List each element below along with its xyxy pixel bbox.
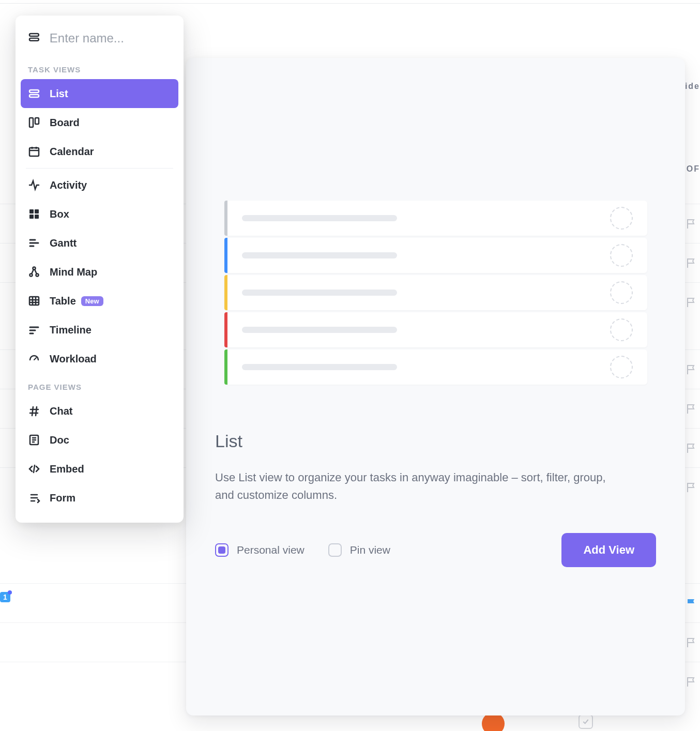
stripe: [224, 312, 227, 347]
table-icon: [28, 295, 40, 307]
svg-rect-5: [35, 118, 39, 124]
view-item-table[interactable]: Table New: [21, 286, 178, 315]
svg-rect-4: [29, 118, 33, 127]
row-checkbox[interactable]: [579, 714, 593, 729]
placeholder-bar: [242, 215, 397, 221]
svg-rect-7: [29, 209, 34, 214]
view-item-workload[interactable]: Workload: [21, 344, 178, 373]
new-badge: New: [81, 296, 103, 306]
placeholder-bar: [242, 327, 397, 333]
list-icon: [28, 31, 40, 45]
view-item-timeline[interactable]: Timeline: [21, 315, 178, 344]
view-item-form[interactable]: Form: [21, 483, 178, 512]
placeholder-avatar: [610, 356, 633, 378]
view-item-mindmap[interactable]: Mind Map: [21, 257, 178, 286]
view-item-board[interactable]: Board: [21, 108, 178, 137]
personal-view-checkbox[interactable]: [215, 543, 229, 557]
view-item-label: Table: [50, 295, 76, 307]
placeholder-avatar: [610, 207, 633, 230]
personal-view-label: Personal view: [237, 544, 305, 556]
preview-illustration: [224, 201, 647, 385]
stripe: [224, 349, 227, 385]
view-item-label: Box: [50, 208, 69, 220]
placeholder-avatar: [610, 244, 633, 267]
bg-text-hide: ide: [685, 82, 700, 91]
svg-rect-14: [29, 297, 39, 305]
view-item-embed[interactable]: Embed: [21, 454, 178, 483]
placeholder-bar: [242, 364, 397, 370]
preview-row: [224, 201, 647, 236]
svg-rect-2: [29, 90, 39, 93]
timeline-icon: [28, 324, 40, 336]
hash-icon: [28, 405, 40, 417]
view-name-input[interactable]: [50, 31, 171, 45]
view-item-activity[interactable]: Activity: [21, 171, 178, 200]
flag-icon: [686, 363, 698, 376]
svg-rect-8: [35, 209, 39, 214]
preview-row: [224, 275, 647, 310]
bg-text-op: OF: [687, 164, 700, 174]
preview-row: [224, 349, 647, 385]
view-item-label: Embed: [50, 463, 84, 475]
section-label-page-views: PAGE VIEWS: [16, 373, 184, 397]
pin-view-checkbox[interactable]: [328, 543, 342, 557]
embed-icon: [28, 463, 40, 475]
placeholder-avatar: [610, 281, 633, 304]
stripe: [224, 201, 227, 236]
popover-header: [16, 16, 184, 56]
flag-icon: [686, 257, 698, 269]
divider: [26, 168, 173, 169]
placeholder-avatar: [610, 318, 633, 341]
doc-icon: [28, 434, 40, 446]
svg-rect-1: [29, 38, 39, 41]
view-item-label: Gantt: [50, 237, 77, 249]
view-item-chat[interactable]: Chat: [21, 397, 178, 425]
view-item-label: Board: [50, 117, 80, 129]
activity-icon: [28, 179, 40, 191]
stripe: [224, 275, 227, 310]
placeholder-bar: [242, 290, 397, 296]
flag-icon: [686, 218, 698, 230]
panel-footer: Personal view Pin view Add View: [215, 533, 656, 567]
board-icon: [28, 116, 40, 129]
view-item-doc[interactable]: Doc: [21, 425, 178, 454]
section-label-task-views: TASK VIEWS: [16, 56, 184, 79]
view-item-label: Form: [50, 492, 75, 504]
flag-icon: [686, 296, 698, 309]
view-item-label: Activity: [50, 179, 87, 191]
gantt-icon: [28, 237, 40, 249]
panel-title: List: [215, 431, 656, 451]
list-icon: [28, 87, 40, 100]
flag-icon: [686, 636, 698, 649]
calendar-icon: [28, 145, 40, 158]
task-views-list: List Board Calendar Activity Box Gantt M…: [16, 79, 184, 373]
panel-description: Use List view to organize your tasks in …: [215, 469, 618, 504]
view-item-label: Chat: [50, 405, 72, 417]
flag-icon: [686, 442, 698, 454]
flag-solid-icon: [686, 597, 698, 610]
flag-icon: [686, 676, 698, 688]
svg-rect-9: [29, 215, 34, 219]
form-icon: [28, 492, 40, 504]
svg-rect-10: [35, 215, 39, 219]
views-popover: TASK VIEWS List Board Calendar Activity …: [16, 16, 184, 523]
view-item-gantt[interactable]: Gantt: [21, 229, 178, 257]
workload-icon: [28, 353, 40, 365]
page-top-border: [0, 3, 700, 4]
add-view-button[interactable]: Add View: [561, 533, 656, 567]
pin-view-label: Pin view: [350, 544, 390, 556]
notification-badge[interactable]: 1: [0, 592, 10, 602]
view-item-calendar[interactable]: Calendar: [21, 137, 178, 166]
preview-row: [224, 312, 647, 347]
view-item-label: List: [50, 88, 68, 100]
preview-row: [224, 238, 647, 273]
stripe: [224, 238, 227, 273]
svg-rect-3: [29, 95, 39, 97]
flag-icon: [686, 403, 698, 415]
view-item-box[interactable]: Box: [21, 200, 178, 229]
svg-rect-6: [29, 148, 39, 156]
view-item-label: Workload: [50, 353, 97, 365]
view-item-label: Calendar: [50, 146, 94, 158]
box-icon: [28, 208, 40, 220]
view-item-list[interactable]: List: [21, 79, 178, 108]
